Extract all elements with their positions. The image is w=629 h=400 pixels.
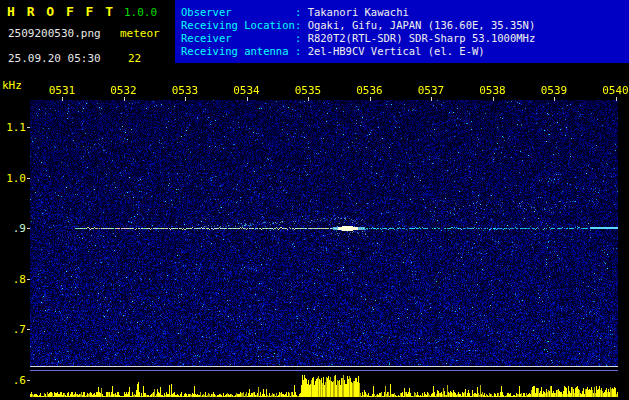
y-tick-label: .6 [0,374,26,387]
x-tick-label: 0533 [170,84,200,97]
info-row-separator: : [295,32,308,44]
y-tick-mark [27,279,30,280]
mode-label: meteor [120,27,160,40]
x-tick-mark [185,97,186,101]
info-row: Receiving Location: Ogaki, Gifu, JAPAN (… [181,19,629,32]
x-tick-mark [431,97,432,101]
y-tick-mark [27,178,30,179]
separator-line-lower [30,370,618,371]
y-tick-label: .8 [0,273,26,286]
info-row-label: Receiver [181,32,295,45]
separator-line-upper [30,366,618,367]
x-tick-mark [62,97,63,101]
info-row-separator: : [295,6,308,18]
x-tick-label: 0531 [47,84,77,97]
observation-start-datetime: 25.09.20 05:30 [8,52,101,65]
info-row-value: R820T2(RTL-SDR) SDR-Sharp 53.1000MHz [308,32,536,44]
x-tick-label: 0532 [109,84,139,97]
x-tick-label: 0537 [416,84,446,97]
y-tick-label: 1.1 [0,121,26,134]
x-tick-mark [247,97,248,101]
output-filename: 2509200530.png [8,27,101,40]
hrofft-output: H R O F F T 1.0.0 2509200530.png meteor … [0,0,629,400]
y-tick-mark [27,228,30,229]
x-tick-mark [370,97,371,101]
app-title: H R O F F T [7,4,115,19]
echo-count: 22 [128,52,141,65]
signal-level-canvas [30,373,618,397]
info-row-value: Ogaki, Gifu, JAPAN (136.60E, 35.35N) [308,19,536,31]
spectrogram-canvas [30,100,618,366]
info-row: Receiver: R820T2(RTL-SDR) SDR-Sharp 53.1… [181,32,629,45]
x-tick-mark [616,97,617,101]
info-row-label: Receiving antenna [181,45,295,58]
y-tick-label: .7 [0,323,26,336]
y-tick-mark [27,329,30,330]
info-row-separator: : [295,45,308,57]
y-tick-mark [27,127,30,128]
x-tick-mark [493,97,494,101]
x-tick-label: 0539 [539,84,569,97]
x-tick-label: 0534 [232,84,262,97]
info-row-separator: : [295,19,308,31]
info-row: Receiving antenna: 2el-HB9CV Vertical (e… [181,45,629,58]
info-row-label: Receiving Location [181,19,295,32]
x-tick-mark [554,97,555,101]
x-tick-label: 0536 [355,84,385,97]
y-tick-mark [27,380,30,381]
app-version: 1.0.0 [124,6,157,19]
info-row-value: 2el-HB9CV Vertical (el. E-W) [308,45,485,57]
y-tick-label: 1.0 [0,172,26,185]
info-row-label: Observer [181,6,295,19]
x-tick-mark [308,97,309,101]
x-tick-label: 0538 [478,84,508,97]
observer-info-panel: Observer: Takanori KawachiReceiving Loca… [175,0,629,63]
x-tick-label: 0540 [601,84,629,97]
y-tick-label: .9 [0,222,26,235]
x-tick-mark [124,97,125,101]
x-tick-label: 0535 [293,84,323,97]
y-axis-unit-label: kHz [2,79,22,92]
info-row: Observer: Takanori Kawachi [181,6,629,19]
info-row-value: Takanori Kawachi [308,6,409,18]
